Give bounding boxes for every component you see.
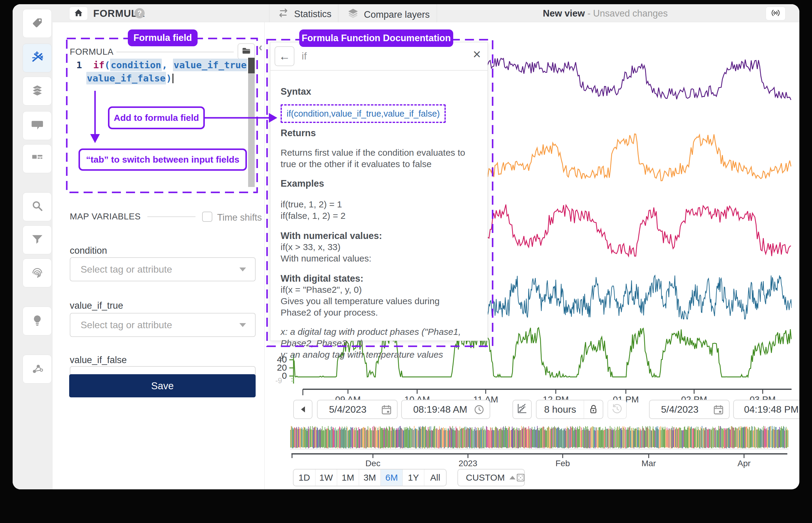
zoom-1y[interactable]: 1Y — [402, 469, 424, 486]
end-time-value: 04:19:48 PM — [744, 404, 798, 415]
numerical-heading: With numerical values: — [281, 231, 480, 241]
formula-editor-line-2[interactable]: value_if_false) — [86, 73, 174, 84]
view-name: New view — [543, 8, 585, 19]
context-axis-tick: Mar — [631, 459, 667, 468]
code-punct: ( — [104, 59, 110, 70]
sidebar-item-search[interactable] — [22, 192, 52, 221]
lightbulb-icon — [31, 314, 43, 328]
folder-icon — [241, 46, 251, 57]
live-mode-button[interactable] — [766, 6, 785, 20]
zoom-range-group: 1D 1W 1M 3M 6M 1Y All — [293, 469, 446, 486]
end-date-field[interactable]: 5/4/2023 — [649, 400, 729, 419]
example-line: if(true, 1, 2) = 1 — [281, 199, 478, 210]
select-placeholder: Select tag or attribute — [81, 320, 240, 331]
code-arg-value-if-false[interactable]: value_if_false — [86, 72, 166, 85]
code-punct: ) — [166, 73, 172, 84]
context-axis-tick: Apr — [726, 459, 762, 468]
compare-layers-icon — [347, 8, 359, 21]
sidebar-item-layers[interactable] — [22, 77, 52, 106]
time-shifts-checkbox[interactable] — [202, 212, 212, 222]
app-window: FORMULA ? Statistics Compare layers New … — [13, 4, 799, 489]
start-time-field[interactable]: 08:19:48 AM — [401, 400, 490, 419]
sidebar-item-fingerprint[interactable] — [22, 258, 52, 287]
help-icon[interactable]: ? — [135, 8, 145, 18]
calendar-icon — [713, 404, 724, 418]
fit-screen-icon[interactable] — [515, 472, 526, 483]
returns-text: Returns first value if the condition eva… — [281, 147, 478, 170]
home-icon — [73, 8, 84, 19]
divider — [338, 4, 338, 22]
code-arg-condition[interactable]: condition — [110, 59, 162, 71]
start-time-value: 08:19:48 AM — [413, 404, 467, 415]
formula-panel: FORMULA 1 if(condition, value_if_true, v… — [53, 22, 265, 489]
formula-editor-line-1[interactable]: 1 if(condition, value_if_true, — [76, 59, 253, 70]
end-time-field[interactable]: 04:19:48 PM — [733, 400, 799, 419]
sidebar-item-filter[interactable] — [22, 226, 52, 254]
zoom-1d[interactable]: 1D — [294, 469, 315, 486]
home-button[interactable] — [69, 6, 88, 20]
divider — [117, 52, 234, 52]
collapse-panel-icon[interactable]: ‹ — [259, 41, 263, 54]
step-back-button[interactable] — [293, 400, 313, 419]
select-placeholder: Select tag or attribute — [81, 264, 240, 275]
back-button[interactable]: ← — [275, 46, 295, 66]
text-cursor — [172, 74, 174, 83]
close-icon[interactable]: × — [473, 47, 481, 61]
caret-up-icon — [510, 476, 515, 480]
sidebar-item-formulas[interactable] — [22, 43, 52, 72]
sidebar-item-recommendations[interactable] — [22, 307, 52, 336]
syntax-snippet[interactable]: if(condition,value_if_true,value_if_fals… — [281, 104, 446, 123]
line-number: 1 — [76, 59, 82, 70]
condition-select[interactable]: Select tag or attribute — [70, 257, 255, 281]
zoom-1w[interactable]: 1W — [315, 469, 337, 486]
clock-icon — [473, 404, 485, 418]
scrollbar-thumb[interactable] — [248, 58, 255, 73]
history-clock-icon — [611, 403, 623, 416]
trend-mode-button[interactable] — [512, 400, 532, 419]
sidebar-item-dashboard[interactable] — [22, 144, 52, 173]
sidebar-item-comments[interactable] — [22, 111, 52, 140]
doc-search-input[interactable]: if — [302, 50, 307, 62]
zoom-1m[interactable]: 1M — [337, 469, 359, 486]
zoom-all[interactable]: All — [424, 469, 446, 486]
end-date-value: 5/4/2023 — [661, 404, 699, 415]
duration-field[interactable]: 8 hours — [536, 400, 603, 419]
value-if-true-select[interactable]: Select tag or attribute — [70, 313, 255, 337]
variable-label-value-if-true: value_if_true — [70, 300, 123, 311]
zoom-custom[interactable]: CUSTOM — [457, 469, 525, 486]
context-axis-tick: 2023 — [450, 459, 486, 468]
digital-line: Gives you all temperature values during … — [281, 295, 467, 318]
tag-icon — [31, 17, 43, 30]
editor-scrollbar[interactable] — [248, 58, 255, 187]
start-date-field[interactable]: 5/4/2023 — [317, 400, 398, 419]
divider — [147, 216, 195, 217]
chevron-down-icon — [240, 268, 246, 271]
numerical-line: if(x > 33, x, 33) — [281, 241, 478, 253]
view-status: - Unsaved changes — [587, 8, 668, 19]
view-title: New view - Unsaved changes — [543, 8, 668, 19]
code-keyword: if — [93, 59, 104, 70]
variable-label-value-if-false: value_if_false — [70, 355, 127, 365]
syntax-code: if(condition,value_if_true,value_if_fals… — [287, 109, 440, 119]
context-axis-tick: Feb — [545, 459, 581, 468]
numerical-line: With numerical values: — [281, 253, 478, 264]
code-arg-value-if-true[interactable]: value_if_true — [173, 59, 247, 71]
digital-heading: With digital states: — [281, 273, 480, 284]
layers-icon — [31, 84, 44, 98]
zoom-6m[interactable]: 6M — [381, 469, 402, 486]
filter-icon — [31, 233, 43, 247]
tab-compare-layers[interactable]: Compare layers — [347, 8, 430, 21]
zoom-3m[interactable]: 3M — [359, 469, 381, 486]
formula-doc-panel: ← if × Syntax if(condition,value_if_true… — [270, 42, 488, 341]
history-button[interactable] — [607, 400, 627, 419]
custom-label: CUSTOM — [458, 472, 505, 483]
syntax-heading: Syntax — [281, 86, 480, 97]
doc-body: Syntax if(condition,value_if_true,value_… — [270, 71, 488, 341]
sidebar-item-context[interactable] — [22, 355, 52, 383]
tab-statistics[interactable]: Statistics — [277, 8, 331, 20]
save-button[interactable]: Save — [69, 374, 255, 397]
saved-formulas-button[interactable] — [237, 43, 255, 59]
context-strip[interactable] — [290, 425, 789, 459]
lock-icon[interactable] — [584, 404, 603, 415]
sidebar-item-tags[interactable] — [22, 9, 52, 38]
